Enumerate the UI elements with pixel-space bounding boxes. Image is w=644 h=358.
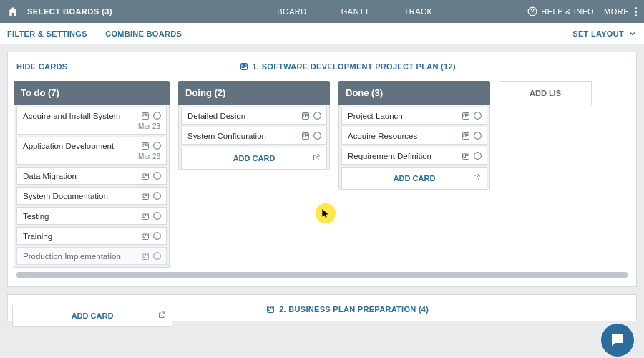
svg-rect-50 <box>464 154 466 158</box>
card[interactable]: Production Implementation <box>16 247 167 265</box>
circle-icon <box>152 141 162 150</box>
card-title: Data Migration <box>23 172 77 180</box>
circle-icon <box>152 191 162 200</box>
card[interactable]: Detailed Design <box>181 107 327 125</box>
trello-icon <box>141 192 150 200</box>
trello-icon <box>141 212 150 221</box>
list-header-done[interactable]: Done (3) <box>338 81 490 105</box>
card-badges <box>462 111 482 120</box>
svg-point-32 <box>154 253 161 260</box>
help-button[interactable]: HELP & INFO <box>527 6 594 16</box>
card[interactable]: Project Launch <box>341 107 487 125</box>
svg-point-40 <box>314 132 321 140</box>
set-layout-button[interactable]: SET LAYOUT <box>572 29 637 38</box>
trello-icon <box>462 132 470 140</box>
cursor-icon <box>321 208 331 218</box>
card-title: Acquire and Install System <box>23 112 120 120</box>
subbar: FILTER & SETTINGS COMBINE BOARDS SET LAY… <box>0 23 644 44</box>
card-date: Mar 23 <box>23 122 160 130</box>
svg-rect-15 <box>146 174 148 176</box>
svg-point-44 <box>474 112 482 120</box>
card-badges <box>141 251 162 261</box>
help-icon <box>527 6 537 16</box>
add-card-done[interactable]: ADD CARD <box>341 167 487 190</box>
card-badges <box>301 131 322 140</box>
add-card-todo[interactable]: ADD CARD <box>12 305 172 327</box>
card[interactable]: System Configuration <box>181 127 327 145</box>
svg-rect-31 <box>146 254 148 256</box>
list-header-todo[interactable]: To do (7) <box>14 81 170 105</box>
more-button[interactable]: MORE <box>604 7 637 16</box>
svg-rect-42 <box>464 114 466 117</box>
svg-rect-22 <box>143 214 145 218</box>
board-icon <box>266 305 275 314</box>
add-card-label: ADD CARD <box>72 311 114 320</box>
list-body-todo: Acquire and Install System Mar 23 Applic… <box>14 105 170 268</box>
list-done: Done (3) Project Launch Acquire Resource… <box>338 81 490 190</box>
svg-rect-6 <box>143 114 145 117</box>
card-title: Requirement Definition <box>348 152 431 160</box>
nav-board[interactable]: BOARD <box>277 7 307 16</box>
trello-icon <box>301 132 310 140</box>
svg-point-52 <box>474 153 482 160</box>
trello-icon <box>141 252 150 261</box>
board-title-text: 2. BUSINESS PLAN PREPARATION (4) <box>279 305 429 314</box>
nav-gantt[interactable]: GANTT <box>341 7 370 16</box>
circle-icon <box>473 151 482 160</box>
lists-row: To do (7) Acquire and Install System Mar… <box>11 81 633 268</box>
filter-settings-link[interactable]: FILTER & SETTINGS <box>7 29 87 38</box>
lists-area: To do (7) Acquire and Install System Mar… <box>8 78 636 286</box>
card-title: Detailed Design <box>187 112 245 120</box>
svg-point-36 <box>314 112 321 120</box>
card[interactable]: Training <box>16 227 167 245</box>
card[interactable]: Requirement Definition <box>341 147 487 165</box>
svg-rect-14 <box>143 174 145 178</box>
trello-icon <box>462 112 470 120</box>
svg-rect-18 <box>143 194 145 198</box>
list-body-done: Project Launch Acquire Resources <box>338 105 490 190</box>
board-title-1[interactable]: 1. SOFTWARE DEVELOPMENT PROJECT PLAN (12… <box>240 62 456 71</box>
circle-icon <box>473 111 482 120</box>
set-layout-label: SET LAYOUT <box>572 29 624 38</box>
card-title: Project Launch <box>348 112 403 120</box>
trello-icon <box>141 112 150 120</box>
card[interactable]: Acquire and Install System Mar 23 <box>16 107 167 135</box>
combine-boards-link[interactable]: COMBINE BOARDS <box>105 29 182 38</box>
topbar-nav: BOARD GANTT TRACK <box>277 7 432 16</box>
select-boards-button[interactable]: SELECT BOARDS (3) <box>27 7 112 16</box>
board-title-text: 1. SOFTWARE DEVELOPMENT PROJECT PLAN (12… <box>253 62 456 71</box>
svg-point-12 <box>154 142 161 150</box>
horizontal-scrollbar[interactable] <box>16 272 628 278</box>
card[interactable]: System Documentation <box>16 187 167 205</box>
home-icon[interactable] <box>7 6 19 17</box>
add-card-doing[interactable]: ADD CARD <box>181 147 327 170</box>
trello-icon <box>141 142 150 150</box>
open-external-icon <box>157 311 166 319</box>
add-list-label: ADD LIS <box>530 89 561 97</box>
card-badges <box>141 111 162 120</box>
circle-icon <box>473 131 482 140</box>
chevron-down-icon <box>628 29 637 38</box>
svg-rect-38 <box>303 134 306 137</box>
topbar-right: HELP & INFO MORE <box>527 6 637 16</box>
card[interactable]: Data Migration <box>16 167 167 185</box>
card-badges <box>462 131 482 140</box>
add-card-label: ADD CARD <box>233 154 275 163</box>
svg-rect-39 <box>306 134 308 136</box>
board-title-2[interactable]: 2. BUSINESS PLAN PREPARATION (4) <box>266 305 429 314</box>
card[interactable]: Acquire Resources <box>341 127 487 145</box>
svg-rect-11 <box>146 144 148 146</box>
svg-point-28 <box>154 233 161 240</box>
card[interactable]: Application Development Mar 26 <box>16 137 167 165</box>
add-list-button[interactable]: ADD LIS <box>499 81 592 105</box>
chat-button[interactable] <box>601 324 634 357</box>
board-header-1: HIDE CARDS 1. SOFTWARE DEVELOPMENT PROJE… <box>8 52 636 78</box>
list-header-doing[interactable]: Doing (2) <box>178 81 330 105</box>
list-doing: Doing (2) Detailed Design System Configu… <box>178 81 330 170</box>
card[interactable]: Testing <box>16 207 167 225</box>
board-group-1: HIDE CARDS 1. SOFTWARE DEVELOPMENT PROJE… <box>7 52 637 287</box>
nav-track[interactable]: TRACK <box>404 7 433 16</box>
hide-cards-link[interactable]: HIDE CARDS <box>16 62 67 71</box>
svg-rect-47 <box>467 134 469 136</box>
svg-point-48 <box>474 132 482 140</box>
